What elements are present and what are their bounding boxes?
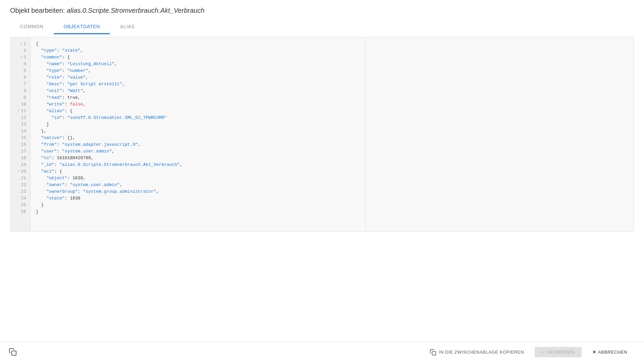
write-button[interactable]: ✓ SCHREIBEN [535, 347, 581, 357]
code-line: "user": "system.user.admin", [36, 148, 360, 155]
line-number: 12 [10, 115, 30, 121]
code-line: } [36, 209, 360, 215]
footer: IN DIE ZWISCHENABLAGE KOPIEREN ✓ SCHREIB… [0, 342, 644, 362]
line-number: 16 [10, 141, 30, 148]
line-number: 23 [10, 188, 30, 195]
code-editor[interactable]: { "type": "state", "common": { "name": "… [31, 37, 365, 231]
code-line: } [36, 202, 360, 209]
line-number: 22 [10, 182, 30, 188]
line-number: 26 [10, 209, 30, 215]
cancel-label: ABBRECHEN [598, 350, 627, 355]
code-line: "desc": "per Script erstellt", [36, 81, 360, 88]
clipboard-copy-icon [430, 349, 436, 356]
code-line: "_id": "alias.0.Scripte.Stromverbrauch.A… [36, 162, 360, 168]
fold-icon[interactable]: ▾ [17, 108, 19, 115]
code-line: { [36, 41, 360, 47]
line-number: 15 [10, 135, 30, 141]
fold-icon[interactable]: ▾ [17, 168, 19, 175]
fold-icon[interactable]: ▾ [20, 41, 22, 47]
cancel-button[interactable]: ✕ ABBRECHEN [586, 347, 634, 357]
title-path: alias.0.Scripte.Stromverbrauch.Akt_Verbr… [67, 7, 205, 14]
line-number: ▾20 [10, 168, 30, 175]
clipboard-label: IN DIE ZWISCHENABLAGE KOPIEREN [439, 350, 524, 355]
x-icon: ✕ [592, 350, 596, 355]
editor-container: ▾12▾345678910▾111213141516171819▾2021222… [10, 37, 634, 232]
line-number: ▾3 [10, 54, 30, 61]
tab-alias[interactable]: ALIAS [110, 20, 145, 34]
code-line: "state": 1638 [36, 195, 360, 202]
clipboard-button[interactable]: IN DIE ZWISCHENABLAGE KOPIEREN [430, 349, 524, 356]
check-icon: ✓ [541, 350, 545, 355]
tab-objektdaten[interactable]: OBJEKTDATEN [54, 20, 110, 34]
line-number: 14 [10, 128, 30, 135]
code-line: "type": "number", [36, 67, 360, 74]
line-number: 24 [10, 195, 30, 202]
line-number: 17 [10, 148, 30, 155]
code-line: "from": "system.adapter.javascript.0", [36, 141, 360, 148]
code-line: "alias": { [36, 108, 360, 115]
code-line: "role": "value", [36, 74, 360, 81]
line-number: ▾11 [10, 108, 30, 115]
line-number: 6 [10, 74, 30, 81]
line-number: 4 [10, 61, 30, 67]
line-number: 18 [10, 155, 30, 162]
code-line: "native": {}, [36, 135, 360, 141]
page-header: Objekt bearbeiten: alias.0.Scripte.Strom… [0, 0, 644, 34]
code-line: "common": { [36, 54, 360, 61]
write-label: SCHREIBEN [547, 350, 575, 355]
code-line: } [36, 121, 360, 128]
code-line: "id": "sonoff.0.Stromzähler.SML_DJ_TPWRC… [36, 115, 360, 121]
code-line: "read": true, [36, 94, 360, 101]
code-line: "object": 1638, [36, 175, 360, 182]
line-number: 10 [10, 101, 30, 108]
code-line: "acl": { [36, 168, 360, 175]
code-line: "unit": "Watt", [36, 88, 360, 94]
svg-rect-1 [432, 351, 436, 355]
line-number: 2 [10, 47, 30, 54]
line-numbers: ▾12▾345678910▾111213141516171819▾2021222… [10, 37, 31, 231]
line-number: 25 [10, 202, 30, 209]
content-area: ▾12▾345678910▾111213141516171819▾2021222… [0, 34, 644, 362]
line-number: 19 [10, 162, 30, 168]
code-line: "write": false, [36, 101, 360, 108]
line-number: 8 [10, 88, 30, 94]
code-line: "ownerGroup": "system.group.administrato… [36, 188, 360, 195]
tab-bar: COMMON OBJEKTDATEN ALIAS [10, 20, 634, 34]
line-number: ▾1 [10, 41, 30, 47]
line-number: 7 [10, 81, 30, 88]
code-line: "ts": 1610180428709, [36, 155, 360, 162]
line-number: 13 [10, 121, 30, 128]
code-line: "type": "state", [36, 47, 360, 54]
svg-rect-0 [12, 351, 16, 355]
fold-icon[interactable]: ▾ [20, 54, 22, 61]
right-panel [365, 37, 634, 231]
copy-icon[interactable] [7, 346, 19, 358]
line-number: 9 [10, 94, 30, 101]
tab-common[interactable]: COMMON [10, 20, 54, 34]
code-line: "owner": "system.user.admin", [36, 182, 360, 188]
code-line: }, [36, 128, 360, 135]
line-number: 5 [10, 67, 30, 74]
page-title: Objekt bearbeiten: alias.0.Scripte.Strom… [10, 7, 634, 14]
code-line: "name": "Leistung_Aktuell", [36, 61, 360, 67]
line-number: 21 [10, 175, 30, 182]
title-prefix: Objekt bearbeiten: [10, 7, 67, 14]
